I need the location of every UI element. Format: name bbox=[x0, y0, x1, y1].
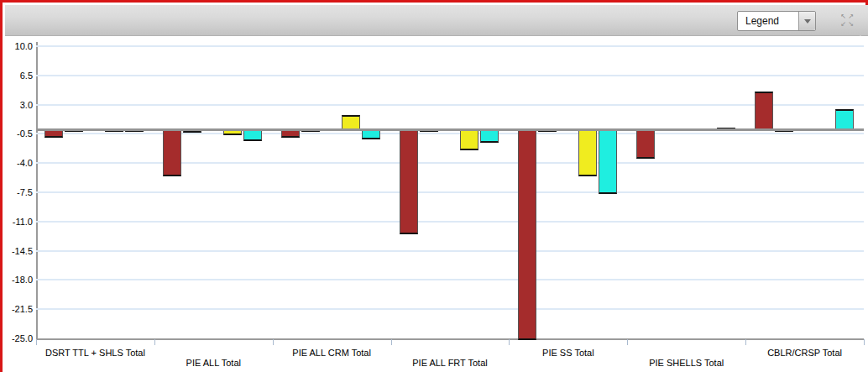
x-axis-tick bbox=[509, 339, 510, 345]
h-gridline bbox=[36, 191, 864, 193]
y-axis-tick-label: -4.0 bbox=[3, 158, 33, 168]
y-axis-tick-label: -25.0 bbox=[3, 333, 33, 343]
x-axis-tick bbox=[627, 339, 628, 345]
x-axis-category-label: PIE ALL CRM Total bbox=[256, 348, 408, 358]
maximize-arrow-glyph: ↖ bbox=[839, 13, 847, 20]
bar-yellow-2[interactable] bbox=[342, 115, 360, 130]
x-axis-category-label: PIE ALL FRT Total bbox=[374, 358, 526, 368]
y-axis-line bbox=[36, 42, 38, 338]
h-gridline bbox=[36, 279, 864, 280]
y-axis-tick-label: -14.5 bbox=[3, 246, 33, 256]
h-gridline bbox=[36, 75, 864, 76]
x-axis-tick bbox=[745, 339, 746, 345]
x-axis-tick bbox=[273, 339, 274, 345]
y-axis-tick-label: -0.5 bbox=[3, 128, 33, 139]
bar-cyan-3[interactable] bbox=[480, 129, 499, 143]
x-axis-line bbox=[36, 338, 864, 340]
x-axis-category-label: DSRT TTL + SHLS Total bbox=[19, 348, 171, 358]
bar-yellow-4[interactable] bbox=[578, 129, 597, 176]
h-gridline bbox=[36, 162, 864, 164]
bar-cyan-4[interactable] bbox=[599, 129, 617, 194]
y-axis-tick-label: 6.5 bbox=[3, 71, 33, 81]
x-axis-category-label: PIE SS Total bbox=[492, 348, 644, 358]
legend-dropdown-label: Legend bbox=[738, 15, 798, 27]
x-axis-tick bbox=[154, 339, 155, 345]
x-axis-tick bbox=[391, 339, 392, 345]
bar-chart-plot-area: 10.06.53.0-0.5-4.0-7.5-11.0-14.5-18.0-21… bbox=[3, 36, 868, 372]
maximize-arrow-glyph: ↗ bbox=[847, 13, 855, 20]
bar-dark-red-6[interactable] bbox=[755, 92, 773, 130]
h-gridline bbox=[36, 45, 864, 47]
h-gridline bbox=[36, 221, 864, 223]
y-axis-tick-label: 3.0 bbox=[3, 100, 33, 110]
chart-window: Legend ↖↗↙↘ 10.06.53.0-0.5-4.0-7.5-11.0-… bbox=[0, 0, 868, 372]
h-gridline bbox=[36, 308, 864, 310]
bar-yellow-3[interactable] bbox=[460, 129, 478, 150]
y-axis-tick-label: -7.5 bbox=[3, 187, 33, 197]
bar-cyan-1[interactable] bbox=[243, 129, 262, 141]
chart-toolbar: Legend ↖↗↙↘ bbox=[5, 5, 868, 36]
y-axis-tick-label: -18.0 bbox=[3, 275, 33, 285]
h-gridline bbox=[36, 104, 864, 106]
bar-cyan-6[interactable] bbox=[835, 109, 854, 130]
legend-dropdown[interactable]: Legend bbox=[737, 11, 816, 31]
y-axis-tick-label: -21.5 bbox=[3, 304, 33, 314]
maximize-icon[interactable]: ↖↗↙↘ bbox=[839, 13, 856, 28]
bar-dark-red-1[interactable] bbox=[163, 129, 181, 176]
x-axis-category-label: CBLR/CRSP Total bbox=[729, 348, 868, 358]
maximize-arrow-glyph: ↙ bbox=[839, 20, 847, 28]
x-axis-category-label: PIE ALL Total bbox=[138, 358, 290, 368]
y-axis-tick-label: -11.0 bbox=[3, 217, 33, 227]
h-gridline bbox=[36, 250, 864, 252]
x-axis-tick bbox=[864, 339, 865, 345]
x-axis-tick bbox=[36, 339, 37, 345]
bar-dark-red-4[interactable] bbox=[518, 129, 536, 340]
bar-dark-red-3[interactable] bbox=[400, 129, 418, 233]
legend-dropdown-button[interactable] bbox=[798, 12, 815, 30]
x-axis-category-label: PIE SHELLS Total bbox=[610, 358, 762, 368]
chevron-down-icon bbox=[804, 19, 811, 24]
bar-dark-red-5[interactable] bbox=[636, 129, 655, 159]
h-gridline bbox=[36, 133, 864, 134]
maximize-arrow-glyph: ↘ bbox=[847, 20, 855, 28]
y-axis-tick-label: 10.0 bbox=[3, 41, 33, 51]
zero-baseline bbox=[37, 128, 864, 131]
